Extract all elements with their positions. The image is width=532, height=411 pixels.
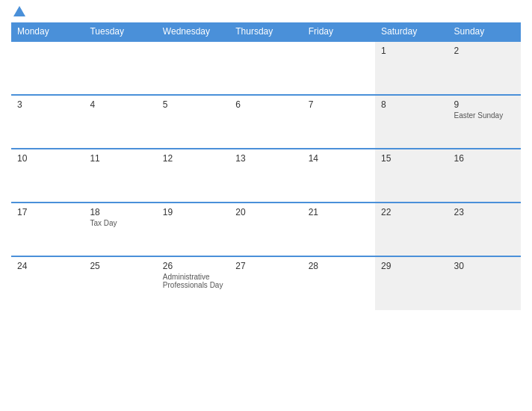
calendar-cell: 15 xyxy=(375,149,448,203)
day-number: 13 xyxy=(235,153,296,164)
day-number: 3 xyxy=(17,99,78,110)
weekday-header-tuesday: Tuesday xyxy=(84,22,156,41)
calendar-cell: 16 xyxy=(448,149,521,203)
calendar-week-row: 1718Tax Day1920212223 xyxy=(11,203,521,256)
page: MondayTuesdayWednesdayThursdayFridaySatu… xyxy=(0,0,532,411)
calendar-cell: 22 xyxy=(375,203,448,256)
day-number: 28 xyxy=(309,261,369,271)
calendar-cell: 28 xyxy=(303,256,375,310)
calendar-week-row: 242526Administrative Professionals Day27… xyxy=(11,256,521,310)
weekday-header-sunday: Sunday xyxy=(448,22,521,41)
holiday-label: Tax Day xyxy=(90,219,150,227)
calendar-cell: 20 xyxy=(229,203,302,256)
holiday-label: Administrative Professionals Day xyxy=(163,273,223,289)
calendar-week-row: 12 xyxy=(11,41,521,95)
logo-triangle-icon xyxy=(13,6,25,16)
header xyxy=(11,7,521,16)
calendar-cell: 11 xyxy=(84,149,156,203)
day-number: 22 xyxy=(381,207,442,217)
calendar-cell: 2 xyxy=(448,41,521,95)
weekday-header-saturday: Saturday xyxy=(375,22,448,41)
weekday-header-friday: Friday xyxy=(303,22,375,41)
calendar-cell: 5 xyxy=(157,95,229,149)
calendar-cell: 24 xyxy=(11,256,84,310)
calendar-cell: 12 xyxy=(157,149,229,203)
calendar-week-row: 10111213141516 xyxy=(11,149,521,203)
day-number: 5 xyxy=(163,99,223,110)
calendar-cell xyxy=(84,41,156,95)
weekday-header-monday: Monday xyxy=(11,22,84,41)
calendar-cell: 30 xyxy=(448,256,521,310)
day-number: 18 xyxy=(90,207,150,217)
holiday-label: Easter Sunday xyxy=(454,111,515,120)
calendar-cell: 1 xyxy=(375,41,448,95)
day-number: 29 xyxy=(381,261,442,271)
calendar-table: MondayTuesdayWednesdayThursdayFridaySatu… xyxy=(11,22,521,310)
day-number: 26 xyxy=(163,261,223,271)
calendar-cell xyxy=(11,41,84,95)
calendar-cell: 17 xyxy=(11,203,84,256)
day-number: 2 xyxy=(454,46,515,56)
calendar-cell: 21 xyxy=(303,203,375,256)
calendar-cell: 6 xyxy=(229,95,302,149)
calendar-cell: 26Administrative Professionals Day xyxy=(157,256,229,310)
calendar-cell: 13 xyxy=(229,149,302,203)
day-number: 6 xyxy=(235,99,296,110)
day-number: 21 xyxy=(309,207,369,217)
calendar-cell: 14 xyxy=(303,149,375,203)
calendar-cell: 19 xyxy=(157,203,229,256)
day-number: 25 xyxy=(90,261,150,271)
day-number: 15 xyxy=(381,153,442,164)
day-number: 1 xyxy=(381,46,442,56)
day-number: 17 xyxy=(17,207,78,217)
weekday-header-thursday: Thursday xyxy=(229,22,302,41)
calendar-week-row: 3456789Easter Sunday xyxy=(11,95,521,149)
day-number: 11 xyxy=(90,153,150,164)
calendar-cell: 27 xyxy=(229,256,302,310)
day-number: 20 xyxy=(235,207,296,217)
calendar-body: 123456789Easter Sunday101112131415161718… xyxy=(11,41,521,310)
calendar-cell: 18Tax Day xyxy=(84,203,156,256)
day-number: 9 xyxy=(454,99,515,110)
calendar-cell: 8 xyxy=(375,95,448,149)
calendar-cell xyxy=(157,41,229,95)
calendar-cell: 3 xyxy=(11,95,84,149)
calendar-cell: 4 xyxy=(84,95,156,149)
day-number: 14 xyxy=(309,153,369,164)
day-number: 8 xyxy=(381,99,442,110)
calendar-cell xyxy=(229,41,302,95)
weekday-header-wednesday: Wednesday xyxy=(157,22,229,41)
day-number: 24 xyxy=(17,261,78,271)
weekday-header-row: MondayTuesdayWednesdayThursdayFridaySatu… xyxy=(11,22,521,41)
day-number: 16 xyxy=(454,153,515,164)
day-number: 27 xyxy=(235,261,296,271)
day-number: 19 xyxy=(163,207,223,217)
calendar-cell xyxy=(303,41,375,95)
calendar-cell: 23 xyxy=(448,203,521,256)
calendar-cell: 9Easter Sunday xyxy=(448,95,521,149)
calendar-cell: 29 xyxy=(375,256,448,310)
day-number: 4 xyxy=(90,99,150,110)
day-number: 12 xyxy=(163,153,223,164)
day-number: 30 xyxy=(454,261,515,271)
calendar-cell: 25 xyxy=(84,256,156,310)
day-number: 23 xyxy=(454,207,515,217)
calendar-cell: 10 xyxy=(11,149,84,203)
logo xyxy=(11,7,25,16)
calendar-cell: 7 xyxy=(303,95,375,149)
calendar-header: MondayTuesdayWednesdayThursdayFridaySatu… xyxy=(11,22,521,41)
day-number: 10 xyxy=(17,153,78,164)
day-number: 7 xyxy=(309,99,369,110)
